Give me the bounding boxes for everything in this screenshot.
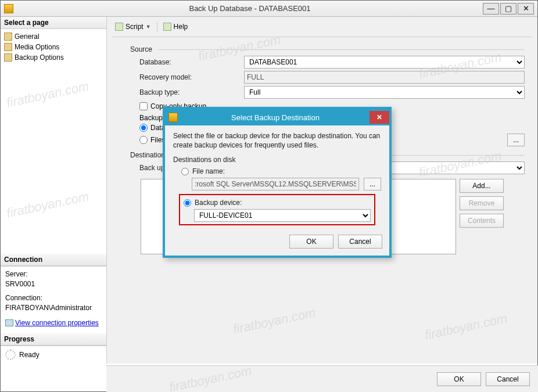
script-button[interactable]: Script ▼ [113, 21, 153, 32]
file-name-field [192, 178, 359, 190]
modal-titlebar: Select Backup Destination ✕ [165, 109, 389, 125]
server-value: SRV0001 [5, 280, 102, 288]
file-browse-button[interactable]: ... [364, 178, 381, 190]
component-database-radio[interactable] [139, 124, 148, 132]
help-icon [163, 23, 171, 31]
modal-intro-text: Select the file or backup device for the… [173, 131, 381, 150]
destinations-on-disk-label: Destinations on disk [173, 156, 381, 164]
view-connection-properties-link[interactable]: View connection properties [5, 319, 102, 327]
remove-destination-button[interactable]: Remove [460, 196, 504, 210]
recovery-model-field [244, 71, 525, 84]
contents-button[interactable]: Contents [460, 214, 504, 228]
connection-header: Connection [1, 254, 106, 266]
chevron-down-icon[interactable]: ▼ [146, 24, 151, 30]
cancel-button[interactable]: Cancel [486, 372, 530, 386]
recovery-model-label: Recovery model: [139, 73, 244, 81]
filegroups-browse-button[interactable]: ... [507, 134, 525, 146]
file-name-radio[interactable] [181, 168, 189, 175]
page-media-options[interactable]: Media Options [4, 42, 103, 52]
backup-type-label: Backup type: [139, 88, 244, 96]
add-destination-button[interactable]: Add... [460, 179, 504, 193]
database-select[interactable]: DATABASE001 [244, 56, 525, 69]
backup-device-radio[interactable] [184, 199, 191, 207]
connection-value: FIRATBOYAN\Administrator [5, 304, 102, 312]
progress-state: Ready [19, 351, 40, 359]
ok-button[interactable]: OK [437, 372, 481, 386]
database-label: Database: [139, 58, 244, 66]
database-icon [4, 4, 13, 13]
modal-ok-button[interactable]: OK [289, 235, 333, 249]
select-page-header: Select a page [1, 17, 106, 29]
maximize-button[interactable]: ▢ [500, 3, 517, 15]
component-files-radio[interactable] [139, 136, 148, 144]
script-icon [115, 23, 123, 31]
modal-cancel-button[interactable]: Cancel [338, 235, 382, 249]
source-group-label: Source [130, 45, 525, 53]
server-label: Server: [5, 270, 102, 278]
toolbar-separator [157, 21, 157, 32]
page-general[interactable]: General [4, 31, 103, 42]
progress-header: Progress [1, 333, 106, 346]
highlight-box: Backup device: FULL-DEVICE01 [179, 194, 375, 225]
toolbar: Script ▼ Help [113, 20, 532, 37]
copy-only-checkbox[interactable] [139, 102, 148, 110]
dialog-footer: OK Cancel [106, 365, 538, 392]
window-title: Back Up Database - DATABASE001 [17, 4, 483, 13]
backup-type-select[interactable]: Full [244, 86, 525, 99]
page-icon [4, 43, 12, 51]
backup-device-select[interactable]: FULL-DEVICE01 [194, 209, 371, 222]
help-button[interactable]: Help [161, 21, 191, 32]
left-panel: Select a page General Media Options Back… [1, 17, 107, 364]
page-icon [4, 53, 12, 62]
properties-icon [5, 319, 13, 326]
minimize-button[interactable]: — [483, 3, 499, 15]
modal-close-button[interactable]: ✕ [370, 111, 389, 124]
select-backup-destination-dialog: Select Backup Destination ✕ Select the f… [163, 107, 392, 258]
window-titlebar: Back Up Database - DATABASE001 — ▢ ✕ [1, 1, 537, 17]
progress-spinner-icon [5, 350, 16, 360]
page-backup-options[interactable]: Backup Options [4, 52, 103, 63]
page-icon [4, 33, 12, 41]
database-icon [168, 113, 178, 122]
close-button[interactable]: ✕ [518, 3, 534, 15]
connection-label: Connection: [5, 294, 102, 302]
